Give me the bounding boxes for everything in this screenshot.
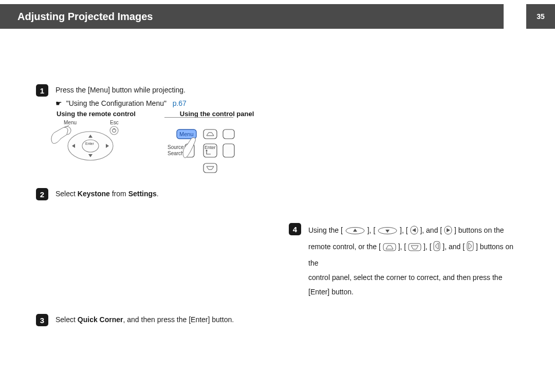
step-4: 4 Using the [ ], [ ], [ ], and [ ] butto…: [289, 223, 525, 299]
heading-remote-control: Using the remote control: [57, 110, 136, 118]
panel-button-clipped-2-icon: [223, 144, 234, 157]
svg-rect-13: [383, 244, 396, 251]
step-2-text: Select Keystone from Settings.: [55, 188, 159, 200]
s4a-mid1: ], [: [367, 226, 376, 234]
remote-dpad-icon: Enter: [68, 132, 113, 160]
xref-bullet-icon: ☛: [55, 99, 64, 107]
remote-left-button-icon: [410, 225, 418, 239]
s4b-pre: remote control, or the [: [308, 242, 381, 251]
s4b-mid3: ], and [: [442, 242, 465, 251]
s2-keystone: Keystone: [78, 190, 110, 198]
illustration-column-headings: Using the remote control Using the contr…: [57, 110, 254, 118]
page-title: Adjusting Projected Images: [17, 11, 153, 23]
page-number: 35: [526, 4, 555, 29]
s4a-post: ] buttons on the: [454, 226, 504, 234]
page-header: Adjusting Projected Images 35: [0, 4, 555, 29]
step-1-line1: Press the [Menu] button while projecting…: [55, 84, 187, 97]
svg-rect-14: [409, 244, 421, 251]
step-4-text: Using the [ ], [ ], [ ], and [ ] buttons…: [308, 223, 525, 299]
remote-menu-label: Menu: [64, 120, 77, 125]
remote-up-button-icon: [345, 225, 365, 239]
xref-label: "Using the Configuration Menu": [66, 99, 166, 107]
remote-right-button-icon: [444, 225, 452, 239]
step-2: 2 Select Keystone from Settings.: [36, 188, 159, 200]
s3-pre: Select: [55, 315, 78, 324]
remote-control-illustration: Menu Esc Enter: [49, 119, 126, 171]
panel-keystone-narrow-top-icon: [203, 129, 217, 139]
svg-rect-16: [467, 241, 473, 251]
panel-search-label: Search: [168, 151, 184, 156]
s4c: control panel, select the corner to corr…: [308, 273, 502, 296]
remote-down-button-icon: [377, 225, 398, 239]
s4b-mid2: ], [: [423, 242, 432, 251]
panel-menu-label: Menu: [179, 131, 194, 137]
panel-keystone-tall-right-icon: [467, 241, 474, 256]
step-badge-2: 2: [36, 188, 48, 200]
s3-post: , and then press the [Enter] button.: [123, 315, 234, 324]
step-3-text: Select Quick Corner, and then press the …: [55, 314, 234, 326]
svg-rect-15: [434, 241, 440, 251]
panel-enter-label: Enter: [205, 145, 216, 150]
s4a-mid3: ], and [: [420, 226, 442, 234]
step-1-xref[interactable]: ☛ "Using the Configuration Menu" p.67: [55, 98, 187, 110]
remote-enter-label: Enter: [85, 142, 94, 145]
remote-esc-button-icon: [110, 126, 118, 135]
control-panel-illustration: Menu Source Search Enter: [164, 125, 236, 179]
s4b-mid1: ], [: [398, 242, 406, 251]
s2-settings: Settings: [128, 190, 157, 198]
step-3: 3 Select Quick Corner, and then press th…: [36, 314, 234, 326]
panel-keystone-narrow-bottom-icon: [203, 163, 217, 173]
step-badge-4: 4: [289, 223, 301, 235]
panel-keystone-wide-bottom-icon: [408, 241, 421, 256]
step-badge-1: 1: [36, 84, 48, 97]
xref-page: p.67: [173, 99, 187, 107]
panel-keystone-wide-top-icon: [383, 241, 396, 256]
s2-pre: Select: [55, 190, 78, 198]
step-badge-3: 3: [36, 314, 48, 326]
panel-heading-rule: [164, 117, 233, 118]
header-tab: [504, 4, 526, 29]
step-1: 1 Press the [Menu] button while projecti…: [36, 84, 187, 110]
panel-source-label: Source: [168, 144, 184, 150]
panel-button-clipped-icon: [223, 129, 234, 139]
s3-quick-corner: Quick Corner: [78, 315, 123, 324]
s2-mid: from: [110, 190, 128, 198]
s4a-pre: Using the [: [308, 226, 343, 234]
s2-post: .: [157, 190, 159, 198]
remote-esc-label: Esc: [110, 120, 119, 125]
heading-control-panel: Using the control panel: [180, 110, 254, 118]
panel-keystone-tall-left-icon: [433, 241, 440, 256]
step-1-text: Press the [Menu] button while projecting…: [55, 84, 187, 110]
hand-press-menu-icon: [51, 125, 69, 143]
s4a-mid2: ], [: [400, 226, 408, 234]
